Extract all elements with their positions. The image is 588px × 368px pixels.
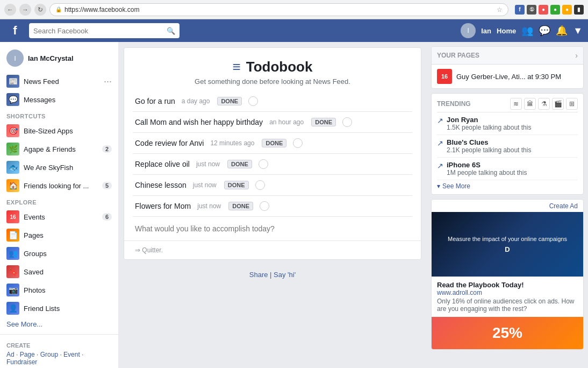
ext-1[interactable]: ① [527,5,536,15]
done-badge-3[interactable]: DONE [262,139,286,147]
search-bar[interactable]: 🔍 [29,23,180,38]
user-avatar-header[interactable]: I [461,23,476,38]
friendlists-label: Friend Lists [24,305,60,313]
done-badge-4[interactable]: DONE [227,160,252,168]
main-layout: I Ian McCrystal 📰 News Feed ··· 💬 Messag… [0,42,588,368]
todo-time-1: a day ago [182,97,210,105]
user-name-header[interactable]: Ian [481,27,491,35]
sidebar-item-groups[interactable]: 👥 Groups [0,244,118,263]
sidebar-item-messages[interactable]: 💬 Messages [0,90,118,109]
trend-filter-science[interactable]: ⚗ [538,98,550,110]
see-more-trending[interactable]: ▾ See More [437,180,578,190]
newsfeed-dots[interactable]: ··· [104,76,112,87]
agape-label: Agape & Friends [24,145,76,153]
trending-item-2[interactable]: ↗ Blue's Clues 2.1K people talking about… [437,135,578,158]
see-more-link[interactable]: See More... [0,317,118,331]
shortcuts-header: SHORTCUTS [0,109,118,122]
sidebar-item-agape[interactable]: 🌿 Agape & Friends 2 [0,140,118,158]
trending-content-1: Jon Ryan 1.5K people talking about this [447,116,531,131]
todo-input[interactable] [135,222,410,235]
friends-label: Friends looking for ... [24,182,89,190]
trend-filter-entertainment[interactable]: 🎬 [552,98,564,110]
messages-icon[interactable]: 💬 [539,25,550,37]
create-links[interactable]: Ad · Page · Group · Event · Fundraiser [6,351,112,366]
done-badge-1[interactable]: DONE [217,97,242,105]
lock-icon: 🔒 [55,6,62,12]
refresh-button[interactable]: ↻ [34,4,46,16]
trend-filter-tech[interactable]: ⊞ [566,98,578,110]
trending-name-2: Blue's Clues [447,138,531,146]
groups-label: Groups [24,250,47,258]
todo-circle-5[interactable] [255,180,265,190]
ad-url: www.adroll.com [437,289,578,296]
facebook-logo[interactable]: f [5,21,25,40]
share-label[interactable]: Share | Say 'hi' [249,271,296,279]
todobook-header: ≡ Todobook Get something done before loo… [124,48,421,91]
ext-facebook[interactable]: f [515,5,525,15]
todo-circle-1[interactable] [248,96,258,106]
forward-button[interactable]: → [19,4,31,16]
star-icon[interactable]: ☆ [497,6,503,13]
notifications-icon[interactable]: 🔔 [556,25,568,37]
your-pages-item[interactable]: 16 Guy Gerber-Live, Ati... at 9:30 PM [432,65,583,88]
todo-circle-2[interactable] [342,117,352,127]
sidebar-item-saved[interactable]: 🔖 Saved [0,263,118,281]
trending-item-3[interactable]: ↗ iPhone 6S 1M people talking about this [437,158,578,180]
friends-badge: 5 [102,182,112,189]
account-dropdown-icon[interactable]: ▼ [573,25,583,37]
todo-task-2: Call Mom and wish her happy birthday [135,118,263,126]
messages-label: Messages [24,96,55,104]
ext-3[interactable]: ● [550,5,560,15]
newsfeed-label: News Feed [24,77,59,86]
home-link[interactable]: Home [497,27,516,35]
todo-item-2: Call Mom and wish her happy birthday an … [133,112,412,133]
page-name: Guy Gerber-Live, Ati... at 9:30 PM [456,73,561,81]
todo-time-2: an hour ago [269,118,304,126]
groups-icon: 👥 [6,247,19,260]
todobook-card: ≡ Todobook Get something done before loo… [124,47,421,260]
todo-circle-3[interactable] [293,138,303,148]
search-input[interactable] [33,27,164,35]
center-feed: ≡ Todobook Get something done before loo… [118,42,427,368]
create-ad-link[interactable]: Create Ad [549,202,578,210]
todo-input-row[interactable] [133,217,412,240]
sidebar-user[interactable]: I Ian McCrystal [0,47,118,72]
agape-icon: 🌿 [6,143,19,155]
orange-ad[interactable]: 25% [432,317,583,349]
sidebar-item-friends[interactable]: 🏠 Friends looking for ... 5 [0,176,118,195]
done-badge-6[interactable]: DONE [228,202,253,210]
your-pages-title: YOUR PAGES [437,52,479,59]
sidebar-item-events[interactable]: 16 Events 6 [0,208,118,226]
quitter-label[interactable]: ⇒ Quitter. [135,246,163,254]
ext-2[interactable]: ● [539,5,548,15]
friends-icon[interactable]: 👥 [521,25,533,37]
ad-brand-logo: D [448,245,567,253]
url-bar[interactable]: 🔒 https://www.facebook.com ☆ [49,3,508,16]
trend-filter-politics[interactable]: 🏛 [524,98,536,110]
your-pages-section: YOUR PAGES › 16 Guy Gerber-Live, Ati... … [431,46,584,89]
trending-sub-1: 1.5K people talking about this [447,124,531,131]
trend-filter-all[interactable]: ≋ [510,98,522,110]
trending-item-1[interactable]: ↗ Jon Ryan 1.5K people talking about thi… [437,112,578,135]
ext-4[interactable]: ● [562,5,572,15]
ad-image[interactable]: Measure the impact of your online campai… [432,212,583,277]
sidebar-item-pages[interactable]: 📄 Pages [0,226,118,244]
ad-desc: Only 16% of online audiences click on ad… [437,298,578,313]
back-button[interactable]: ← [4,4,16,16]
sidebar-item-skyfish[interactable]: 🐟 We Are SkyFish [0,158,118,176]
agape-badge: 2 [102,145,112,153]
sidebar-item-photos[interactable]: 📷 Photos [0,281,118,299]
share-row[interactable]: Share | Say 'hi' [124,265,421,284]
your-pages-arrow[interactable]: › [575,51,578,60]
sidebar-item-friendlists[interactable]: 👤 Friend Lists [0,299,118,317]
skyfish-icon: 🐟 [6,161,19,174]
sidebar-item-bite[interactable]: 🎯 Bite-Sized Apps [0,122,118,140]
done-badge-2[interactable]: DONE [311,118,336,126]
done-badge-5[interactable]: DONE [224,181,249,189]
todo-circle-6[interactable] [260,201,269,211]
sidebar-item-newsfeed[interactable]: 📰 News Feed ··· [0,72,118,90]
ext-5[interactable]: ▮ [574,5,584,15]
trending-filter-icons: ≋ 🏛 ⚗ 🎬 ⊞ [510,98,578,110]
trending-content-3: iPhone 6S 1M people talking about this [447,161,527,176]
todo-circle-4[interactable] [259,159,268,169]
